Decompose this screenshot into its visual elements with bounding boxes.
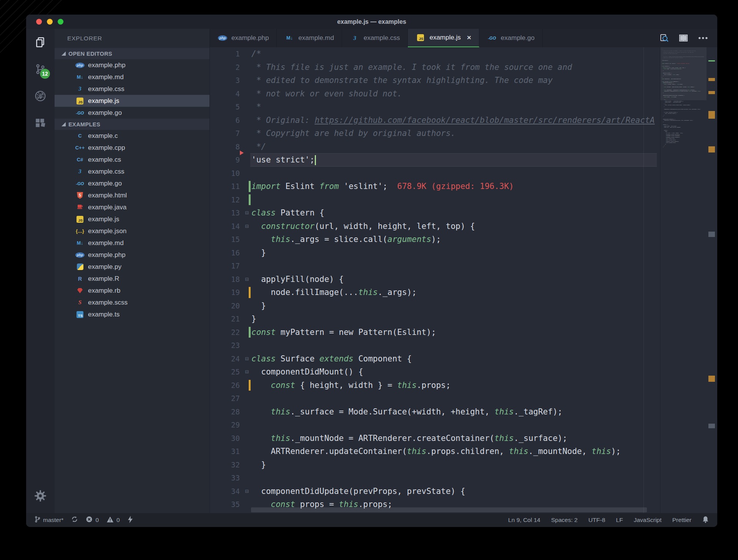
tab-example-md[interactable]: M↓example.md [277, 29, 342, 47]
code-line-33[interactable]: 33 [210, 471, 661, 485]
source-control-activity-icon[interactable]: 12 [26, 56, 55, 83]
tab-close-icon[interactable]: × [467, 33, 471, 42]
file-item-example-c[interactable]: Cexample.c [55, 130, 209, 142]
status-sync[interactable] [71, 516, 78, 524]
status-warnings[interactable]: 0 [106, 516, 120, 524]
file-item-example-html[interactable]: 5example.html [55, 189, 209, 201]
file-item-example-cpp[interactable]: C++example.cpp [55, 142, 209, 154]
code-line-12[interactable]: 12 [210, 193, 661, 207]
minimap-slider[interactable] [660, 47, 706, 100]
status-git-branch[interactable]: master* [35, 516, 63, 524]
file-item-example-css[interactable]: 3example.css [55, 83, 209, 95]
fold-icon[interactable]: ⊟ [241, 273, 252, 286]
code-line-20[interactable]: 20 } [210, 299, 661, 313]
file-item-example-ts[interactable]: TSexample.ts [55, 308, 209, 320]
file-item-example-go[interactable]: -GOexample.go [55, 107, 209, 119]
code-line-21[interactable]: 21} [210, 312, 661, 326]
file-item-example-php[interactable]: phpexample.php [55, 59, 209, 71]
tab-example-css[interactable]: 3example.css [342, 29, 408, 47]
status-language-mode[interactable]: JavaScript [634, 517, 662, 524]
minimap[interactable]: /* * This file is just an example. I too… [660, 47, 706, 513]
code-line-6[interactable]: 6 * Original: https://github.com/faceboo… [210, 114, 661, 127]
code-line-8[interactable]: 8 */ [210, 140, 661, 154]
settings-gear-icon[interactable] [26, 482, 55, 509]
extensions-activity-icon[interactable] [26, 109, 55, 136]
code-line-13[interactable]: 13⊟class Pattern { [210, 206, 661, 220]
status-eol[interactable]: LF [616, 517, 623, 524]
file-item-example-go[interactable]: -GOexample.go [55, 177, 209, 189]
file-item-example-cs[interactable]: C#example.cs [55, 154, 209, 166]
more-actions-icon[interactable] [698, 36, 708, 40]
file-name: example.php [88, 251, 125, 259]
title-bar[interactable]: example.js — examples [26, 15, 717, 29]
code-line-30[interactable]: 30 this._mountNode = ARTRenderer.createC… [210, 432, 661, 445]
file-item-example-R[interactable]: Rexample.R [55, 273, 209, 285]
close-window-button[interactable] [36, 19, 42, 25]
line-number: 1 [210, 47, 240, 61]
code-line-4[interactable]: 4 * not work or even should not. [210, 87, 661, 101]
code-line-2[interactable]: 2 * This file is just an example. I took… [210, 61, 661, 74]
explorer-activity-icon[interactable] [26, 29, 55, 56]
code-line-34[interactable]: 34⊟ componentDidUpdate(prevProps, prevSt… [210, 485, 661, 498]
fold-icon[interactable]: ⊟ [241, 485, 252, 498]
file-item-example-js[interactable]: JSexample.js [55, 95, 209, 107]
tab-example-go[interactable]: -GOexample.go [479, 29, 543, 47]
file-item-example-php[interactable]: phpexample.php [55, 249, 209, 261]
code-line-24[interactable]: 24⊟class Surface extends Component { [210, 352, 661, 366]
status-indentation[interactable]: Spaces: 2 [551, 517, 578, 524]
code-line-14[interactable]: 14⊟ constructor(url, width, height, left… [210, 220, 661, 233]
status-encoding[interactable]: UTF-8 [588, 517, 605, 524]
js-file-icon: JS [417, 34, 424, 41]
file-item-example-scss[interactable]: Sexample.scss [55, 297, 209, 308]
status-feedback[interactable] [128, 516, 133, 525]
code-line-16[interactable]: 16 } [210, 246, 661, 260]
file-item-example-md[interactable]: M↓example.md [55, 71, 209, 83]
code-line-26[interactable]: 26 const { height, width } = this.props; [210, 379, 661, 392]
code-line-11[interactable]: 11import Eslint from 'eslint'; 678.9K (g… [210, 180, 661, 193]
open-changes-icon[interactable] [660, 33, 669, 43]
status-notifications[interactable] [702, 516, 709, 525]
file-item-example-json[interactable]: {…}example.json [55, 225, 209, 237]
code-line-29[interactable]: 29 [210, 418, 661, 432]
code-line-22[interactable]: 22const myPattern = new Pattern(Eslint); [210, 326, 661, 339]
file-item-example-css[interactable]: 3example.css [55, 166, 209, 177]
code-line-18[interactable]: 18⊟ applyFill(node) { [210, 273, 661, 286]
status-formatter[interactable]: Prettier [672, 517, 691, 524]
code-line-32[interactable]: 32 } [210, 458, 661, 472]
code-line-7[interactable]: 7 * Copyright are held by original autho… [210, 127, 661, 140]
code-line-15[interactable]: 15 this._args = slice.call(arguments); [210, 233, 661, 246]
code-editor[interactable]: 1/*2 * This file is just an example. I t… [210, 47, 717, 513]
code-line-19[interactable]: 19 node.fillImage(...this._args); [210, 286, 661, 299]
code-line-27[interactable]: 27 [210, 392, 661, 405]
tab-example-js[interactable]: JSexample.js× [408, 29, 479, 47]
fold-icon[interactable]: ⊟ [241, 365, 252, 379]
code-line-10[interactable]: 10 [210, 167, 661, 180]
split-editor-icon[interactable] [679, 33, 688, 43]
fold-icon[interactable]: ⊟ [241, 352, 252, 366]
tab-example-php[interactable]: phpexample.php [210, 29, 277, 47]
code-line-1[interactable]: 1/* [210, 47, 661, 61]
horizontal-scrollbar[interactable] [251, 507, 647, 512]
minimize-window-button[interactable] [47, 19, 53, 25]
code-line-23[interactable]: 23 [210, 339, 661, 352]
file-item-example-java[interactable]: example.java [55, 201, 209, 213]
code-line-31[interactable]: 31 ARTRenderer.updateContainer(this.prop… [210, 445, 661, 458]
section-header-open-editors[interactable]: OPEN EDITORS [55, 48, 209, 59]
code-line-9[interactable]: 9'use strict'; [210, 153, 661, 167]
fold-icon[interactable]: ⊟ [241, 220, 252, 233]
file-item-example-md[interactable]: M↓example.md [55, 237, 209, 249]
code-line-3[interactable]: 3 * edited to demonstrate the syntax hig… [210, 74, 661, 87]
debug-activity-icon[interactable] [26, 83, 55, 109]
code-line-25[interactable]: 25⊟ componentDidMount() { [210, 365, 661, 379]
file-item-example-py[interactable]: example.py [55, 261, 209, 273]
code-line-17[interactable]: 17 [210, 259, 661, 273]
fold-icon[interactable]: ⊟ [241, 206, 252, 220]
section-header-examples[interactable]: EXAMPLES [55, 119, 209, 130]
file-item-example-js[interactable]: JSexample.js [55, 213, 209, 225]
code-line-5[interactable]: 5 * [210, 100, 661, 114]
code-line-28[interactable]: 28 this._surface = Mode.Surface(+width, … [210, 405, 661, 419]
file-item-example-rb[interactable]: example.rb [55, 285, 209, 297]
status-errors[interactable]: 0 [86, 516, 99, 524]
zoom-window-button[interactable] [58, 19, 63, 25]
status-cursor-position[interactable]: Ln 9, Col 14 [508, 517, 540, 524]
